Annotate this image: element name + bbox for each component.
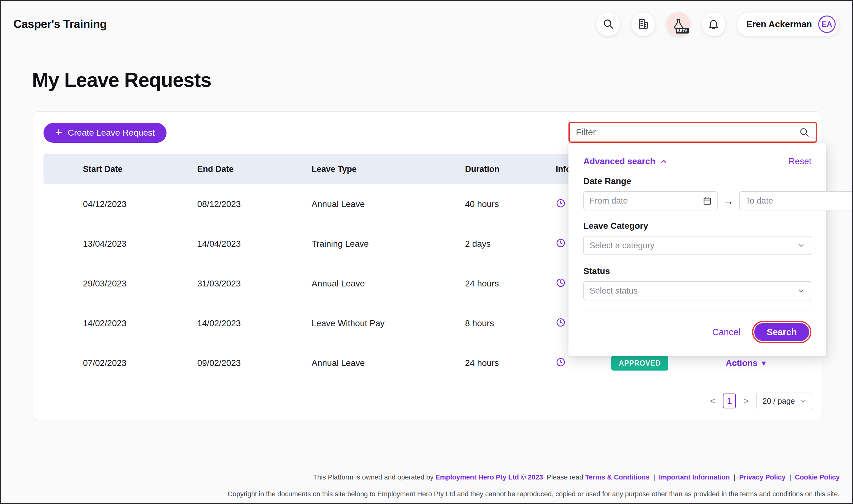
clock-icon[interactable] <box>556 357 565 367</box>
page-number[interactable]: 1 <box>723 394 736 409</box>
footer-link-employment-hero[interactable]: Employment Hero Pty Ltd © 2023 <box>436 473 543 481</box>
cell-duration: 2 days <box>465 239 556 249</box>
separator: | <box>789 473 791 481</box>
cancel-button[interactable]: Cancel <box>712 327 740 337</box>
top-bar-actions: BETA Eren Ackerman EA <box>596 12 840 36</box>
footer-text: . Please read <box>543 473 584 481</box>
next-page-button[interactable]: > <box>743 396 749 406</box>
cell-leave-type: Annual Leave <box>312 279 465 289</box>
footer-link-cookie-policy[interactable]: Cookie Policy <box>795 473 840 481</box>
user-menu[interactable]: Eren Ackerman EA <box>736 12 840 36</box>
cell-end-date: 14/04/2023 <box>197 239 312 249</box>
labs-beta-button[interactable]: BETA <box>666 12 691 36</box>
cell-leave-type: Annual Leave <box>312 358 465 368</box>
footer-link-privacy-policy[interactable]: Privacy Policy <box>739 473 786 481</box>
search-button[interactable] <box>596 12 620 36</box>
cell-duration: 40 hours <box>465 199 556 209</box>
site-footer: This Platform is owned and operated by E… <box>228 473 840 498</box>
footer-link-terms[interactable]: Terms & Conditions <box>585 473 649 481</box>
cell-start-date: 14/02/2023 <box>83 319 197 328</box>
page-size-select[interactable]: 20 / page <box>756 393 812 409</box>
reset-link[interactable]: Reset <box>789 157 812 166</box>
cell-duration: 24 hours <box>465 279 556 289</box>
clock-icon[interactable] <box>556 278 565 288</box>
status-label: Status <box>584 266 812 276</box>
search-button-highlight: Search <box>752 321 812 343</box>
footer-link-important-information[interactable]: Important Information <box>659 473 730 481</box>
arrow-right-icon: → <box>723 195 734 207</box>
cell-leave-type: Leave Without Pay <box>312 319 465 328</box>
from-date-field <box>584 191 717 211</box>
create-leave-request-label: Create Leave Request <box>68 128 155 138</box>
prev-page-button[interactable]: < <box>710 396 716 406</box>
col-start-date: Start Date <box>83 164 197 174</box>
chevron-up-icon <box>660 157 668 165</box>
advanced-search-label: Advanced search <box>584 157 656 166</box>
create-leave-request-button[interactable]: + Create Leave Request <box>43 123 167 143</box>
leave-category-select[interactable]: Select a category <box>584 236 812 255</box>
col-end-date: End Date <box>197 164 312 174</box>
chevron-down-icon <box>797 241 805 250</box>
cell-leave-type: Training Leave <box>312 239 465 249</box>
plus-icon: + <box>55 126 62 138</box>
from-date-input[interactable] <box>590 196 699 206</box>
chevron-down-icon <box>797 287 805 295</box>
status-value: Select status <box>590 286 638 296</box>
date-range-label: Date Range <box>584 176 812 186</box>
to-date-field <box>739 191 853 211</box>
building-icon <box>638 18 649 31</box>
footer-line-2: Copyright in the documents on this site … <box>228 490 840 498</box>
separator: | <box>653 473 655 481</box>
bell-icon <box>708 18 719 31</box>
page-size-value: 20 / page <box>763 397 795 406</box>
chevron-down-icon <box>800 398 806 404</box>
cell-start-date: 13/04/2023 <box>83 239 197 249</box>
app-title: Casper's Training <box>13 18 107 31</box>
cell-leave-type: Annual Leave <box>312 199 465 209</box>
advanced-search-panel: Advanced search Reset Date Range → <box>569 143 826 356</box>
date-range-row: → <box>584 191 812 211</box>
separator: | <box>734 473 735 481</box>
user-name: Eren Ackerman <box>746 19 812 30</box>
top-bar: Casper's Training BETA <box>1 1 852 48</box>
notifications-button[interactable] <box>701 12 726 36</box>
organisation-button[interactable] <box>631 12 656 36</box>
cell-end-date: 08/12/2023 <box>197 199 312 209</box>
clock-icon[interactable] <box>556 198 565 208</box>
status-select[interactable]: Select status <box>584 281 812 301</box>
actions-dropdown[interactable]: Actions ▾ <box>726 358 766 368</box>
caret-down-icon: ▾ <box>762 359 766 367</box>
cell-start-date: 04/12/2023 <box>83 199 197 209</box>
filter-popover: Advanced search Reset Date Range → <box>569 122 826 356</box>
screen: Casper's Training BETA <box>0 0 853 504</box>
divider <box>584 311 812 312</box>
clock-icon[interactable] <box>556 238 565 248</box>
pagination: < 1 > 20 / page <box>710 393 812 409</box>
actions-label: Actions <box>726 358 758 368</box>
search-icon <box>799 127 810 138</box>
filter-input[interactable] <box>576 127 799 138</box>
filter-field <box>569 122 817 143</box>
page-title: My Leave Requests <box>32 69 211 92</box>
to-date-input[interactable] <box>746 196 853 206</box>
beta-badge: BETA <box>676 28 689 34</box>
status-badge: APPROVED <box>611 356 668 371</box>
col-leave-type: Leave Type <box>312 164 465 174</box>
leave-category-label: Leave Category <box>584 221 812 231</box>
leave-category-value: Select a category <box>590 241 655 250</box>
footer-text: This Platform is owned and operated by <box>313 473 434 481</box>
cell-duration: 24 hours <box>465 358 556 368</box>
search-icon <box>602 18 614 31</box>
cell-duration: 8 hours <box>465 319 556 328</box>
avatar: EA <box>818 16 836 33</box>
footer-line-1: This Platform is owned and operated by E… <box>228 473 840 481</box>
advanced-search-toggle[interactable]: Advanced search <box>584 157 668 166</box>
clock-icon[interactable] <box>556 318 565 327</box>
cell-end-date: 31/03/2023 <box>197 279 312 289</box>
calendar-icon[interactable] <box>703 196 712 205</box>
col-duration: Duration <box>465 164 556 174</box>
cell-start-date: 07/02/2023 <box>83 358 197 368</box>
cell-end-date: 14/02/2023 <box>197 319 312 328</box>
cell-start-date: 29/03/2023 <box>83 279 197 289</box>
search-submit-button[interactable]: Search <box>754 323 809 341</box>
